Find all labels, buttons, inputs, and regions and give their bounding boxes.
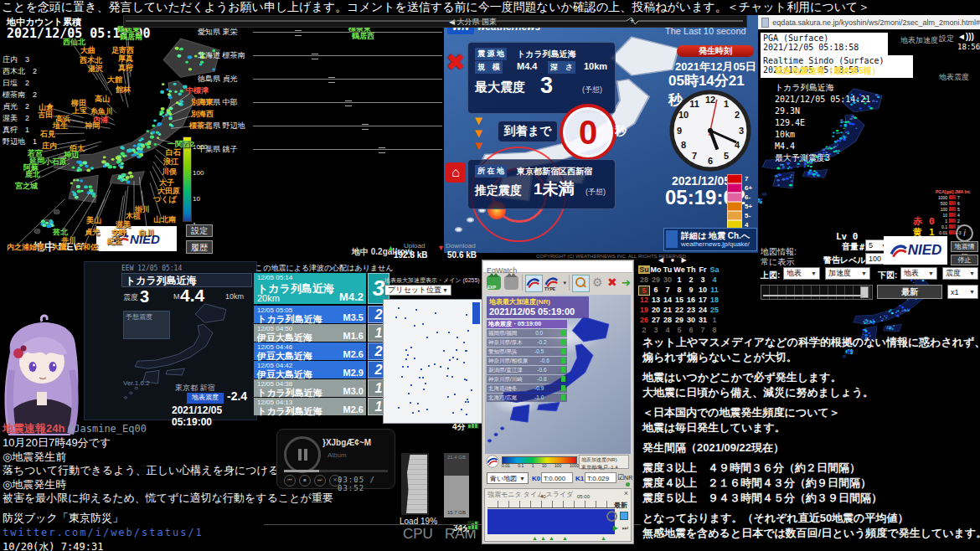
type-mode-icon[interactable]: TYPE ▾ xyxy=(544,275,566,291)
calendar-date[interactable]: 31 xyxy=(697,316,709,324)
close-x-icon[interactable]: ✖ xyxy=(607,276,617,290)
calendar-date[interactable]: 28 xyxy=(662,316,673,324)
calendar-date[interactable]: 1 xyxy=(709,316,720,324)
latest-label[interactable]: 最新 xyxy=(614,501,627,510)
progress-track[interactable] xyxy=(284,470,388,472)
obs-dot xyxy=(402,366,404,368)
cat-icon[interactable] xyxy=(504,276,518,290)
calendar-date[interactable]: 22 xyxy=(673,306,685,314)
skip-end-icon[interactable]: ⏭ xyxy=(622,524,628,533)
region-icon[interactable] xyxy=(620,512,628,520)
quake-channel-link[interactable]: 詳細は 地震 Ch.へ weathernews.jp/quake/ xyxy=(663,228,757,251)
speed-select[interactable]: x1▼ xyxy=(947,285,978,299)
quake-row[interactable]: 12/05 04:50伊豆大島近海M1.6 xyxy=(254,324,366,342)
calendar-date[interactable]: 29 xyxy=(673,316,685,324)
calendar-date[interactable]: 23 xyxy=(685,306,697,314)
k1-input[interactable]: T:0.029 xyxy=(585,472,616,483)
calendar-date[interactable]: 11 xyxy=(709,286,720,294)
gear-icon[interactable]: ⚙ xyxy=(592,276,603,290)
calendar-date[interactable]: 18 xyxy=(709,296,720,304)
calendar-date[interactable]: 19 xyxy=(638,306,650,314)
zoom-out-icon[interactable]: − xyxy=(606,511,617,522)
calendar-date[interactable]: 9 xyxy=(685,286,697,294)
calendar-date[interactable]: 4 xyxy=(662,326,673,334)
speaker-icon[interactable]: ◄))) xyxy=(957,32,974,41)
calendar-date[interactable]: 27 xyxy=(650,316,662,324)
calendar-date[interactable]: 10 xyxy=(697,286,709,294)
play-icon[interactable]: ▶ xyxy=(613,524,618,532)
tweet-handle[interactable]: @Jasmine_Eq00 xyxy=(68,423,147,435)
calendar-date[interactable]: 3 xyxy=(650,326,662,334)
progress-fill xyxy=(284,470,319,472)
quake-info-button[interactable]: 地震情報 xyxy=(951,241,978,252)
quake-row[interactable]: 12/05 05:14トカラ列島近海20kmM4.2 xyxy=(254,273,366,304)
eqwatch-titlebar[interactable]: EqWatch xyxy=(483,261,632,273)
timeline-selection[interactable] xyxy=(487,509,615,534)
timeline-ruler[interactable] xyxy=(487,501,615,508)
calendar-date[interactable]: 20 xyxy=(650,306,662,314)
refresh-button[interactable]: 最新 xyxy=(877,285,942,299)
calendar-date[interactable]: 13 xyxy=(650,296,662,304)
calendar-date[interactable]: 7 xyxy=(662,286,673,294)
quake-row[interactable]: 12/05 04:13トカラ列島近海M2.6 xyxy=(254,398,366,415)
calendar-date[interactable]: 24 xyxy=(697,306,709,314)
calendar-date[interactable]: 2 xyxy=(685,276,697,284)
settings-button[interactable]: 設定 xyxy=(186,224,213,237)
calendar-date[interactable]: 29 xyxy=(650,276,662,284)
history-button[interactable]: 履歴 xyxy=(186,240,213,254)
lower-select-2[interactable]: 震度▼ xyxy=(942,267,978,280)
next-button[interactable]: ⏭ xyxy=(314,475,326,487)
calendar-date[interactable]: 26 xyxy=(638,316,650,324)
calendar-date[interactable]: 3 xyxy=(697,276,709,284)
eqwatch-station-bar xyxy=(561,358,565,363)
calendar-date[interactable]: 30 xyxy=(662,276,673,284)
calendar-date[interactable]: 28 xyxy=(638,276,650,284)
calendar-date[interactable]: 16 xyxy=(685,296,697,304)
info-icon[interactable]: i xyxy=(956,224,973,242)
prev-button[interactable]: ⏮ xyxy=(284,475,296,487)
export-cat-icon[interactable]: EXP xyxy=(487,276,501,290)
calendar-date[interactable]: 25 xyxy=(709,306,720,314)
calendar-date[interactable]: 2 xyxy=(638,326,650,334)
calendar-date[interactable]: 5 xyxy=(638,286,650,296)
lower-select-1[interactable]: 地表▼ xyxy=(900,267,937,280)
calendar-date[interactable]: 8 xyxy=(709,326,720,334)
kyoshin-settings-label[interactable]: 設定 xyxy=(939,33,954,44)
pause-button[interactable] xyxy=(284,436,321,473)
url-bar[interactable]: eqdata.sakura.ne.jp/kyoshin/ws/2moni/2se… xyxy=(758,15,980,29)
tweet-link[interactable]: twitter.com/i/web/status/1 xyxy=(3,527,204,538)
nr-checkbox[interactable]: ☑NR xyxy=(617,473,632,481)
calendar-date[interactable]: 6 xyxy=(650,286,662,294)
chevron-down-icon[interactable]: ▾ xyxy=(563,280,566,286)
monitor-mode-icon[interactable] xyxy=(525,275,543,292)
time-slider[interactable] xyxy=(761,285,873,300)
calendar-date[interactable]: 17 xyxy=(697,296,709,304)
search-icon[interactable] xyxy=(572,275,590,292)
tweet-account[interactable]: 地震速報24h xyxy=(3,422,64,435)
calendar-date[interactable]: 15 xyxy=(673,296,685,304)
calendar-date[interactable]: 7 xyxy=(697,326,709,334)
upper-select-1[interactable]: 地表▼ xyxy=(783,267,820,280)
stop-button[interactable]: 停止 xyxy=(951,255,978,265)
go-arrow-icon[interactable]: ➔ xyxy=(622,276,631,290)
k0-input[interactable]: T:0.000 xyxy=(541,472,573,483)
calendar-date[interactable]: 6 xyxy=(685,326,697,334)
preset-select[interactable]: プリセット位置▼ xyxy=(384,285,451,296)
calendar-date[interactable]: 1 xyxy=(673,276,685,284)
calendar-date[interactable]: 14 xyxy=(662,296,673,304)
calendar-date[interactable]: 12 xyxy=(638,296,650,304)
map-style-select[interactable]: 青い地図▼ xyxy=(487,472,529,484)
calendar-date[interactable]: 21 xyxy=(662,306,673,314)
quake-row[interactable]: 12/05 04:38トカラ列島近海M3.0 xyxy=(254,379,366,397)
quake-row[interactable]: 12/05 04:42伊豆大島近海M2.9 xyxy=(254,361,366,378)
quake-row[interactable]: 12/05 05:05トカラ列島近海M3.5 xyxy=(254,306,366,323)
calendar-date[interactable]: 4 xyxy=(709,276,720,284)
quake-row[interactable]: 12/05 04:46伊豆大島近海M2.6 xyxy=(254,342,366,360)
stop-button-player[interactable]: ■ xyxy=(299,475,311,487)
calendar-nav[interactable]: ◀ ● ▶ xyxy=(658,256,689,264)
slider-close-icon[interactable]: × xyxy=(624,489,628,497)
upper-select-2[interactable]: 加速度▼ xyxy=(825,267,870,280)
calendar-date[interactable]: 8 xyxy=(673,286,685,294)
calendar-date[interactable]: 30 xyxy=(685,316,697,324)
calendar-date[interactable]: 5 xyxy=(673,326,685,334)
